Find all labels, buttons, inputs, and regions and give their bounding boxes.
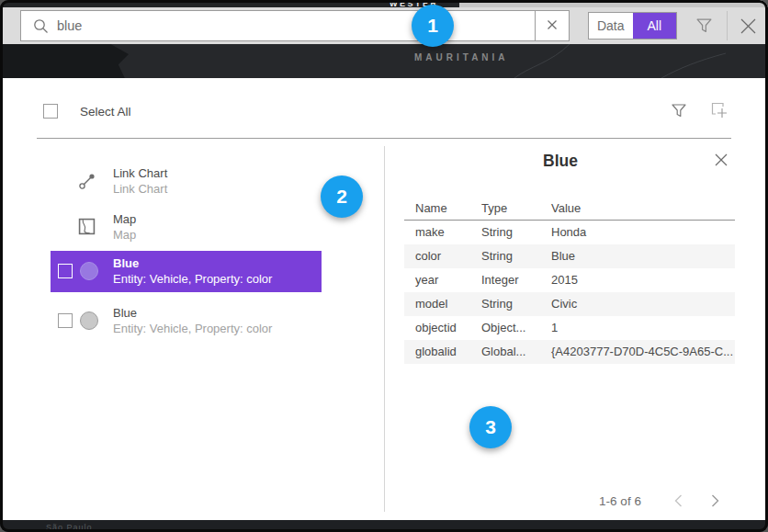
cell-type: String [470, 244, 540, 268]
search-box [20, 10, 570, 41]
map-label-sao-paulo: São Paulo [46, 523, 93, 532]
table-header-row: Name Type Value [404, 197, 735, 221]
result-checkbox[interactable] [58, 264, 73, 278]
detail-close-icon[interactable] [714, 153, 728, 171]
result-title: Link Chart [113, 166, 167, 180]
result-title: Blue [113, 256, 139, 270]
result-subtitle: Link Chart [113, 182, 167, 196]
header-divider [37, 138, 731, 139]
cell-type: String [470, 292, 540, 316]
link-chart-icon [78, 172, 96, 194]
clear-x-icon [547, 17, 558, 34]
toggle-all-button[interactable]: All [633, 13, 677, 39]
attribute-table: Name Type Value make String Honda color … [404, 197, 735, 364]
cell-type: Object... [470, 316, 540, 340]
callout-2: 2 [321, 175, 363, 218]
select-all-row: Select All [43, 104, 131, 119]
app-window: WESTER Data All [0, 0, 768, 532]
detail-title: Blue [404, 152, 717, 171]
cell-type: Global... [470, 340, 540, 364]
toolbar-divider [727, 11, 728, 40]
cell-name: globalid [404, 340, 470, 364]
cell-name: make [404, 221, 470, 244]
result-title: Blue [113, 306, 137, 320]
add-selection-icon[interactable] [710, 101, 728, 123]
list-item-map[interactable]: Map Map [51, 207, 322, 248]
table-row: make String Honda [404, 221, 735, 244]
search-input[interactable] [57, 18, 535, 33]
cell-value: Civic [540, 292, 735, 316]
list-item-blue-selected[interactable]: Blue Entity: Vehicle, Property: color [51, 251, 322, 292]
list-item-link-chart[interactable]: Link Chart Link Chart [51, 161, 322, 202]
toggle-data-button[interactable]: Data [589, 13, 633, 39]
cell-value: Blue [540, 244, 735, 268]
cell-name: year [404, 268, 470, 292]
cell-value: Honda [540, 221, 735, 244]
column-header-value: Value [540, 197, 735, 220]
column-header-type: Type [470, 197, 540, 220]
map-top-strip: WESTER [0, 0, 768, 7]
data-all-toggle: Data All [588, 12, 677, 40]
table-row: objectid Object... 1 [404, 316, 735, 340]
cell-value: 1 [540, 316, 735, 340]
cell-name: model [404, 292, 470, 316]
list-item-blue[interactable]: Blue Entity: Vehicle, Property: color [51, 300, 322, 342]
close-search-button[interactable] [737, 15, 760, 41]
result-subtitle: Entity: Vehicle, Property: color [113, 322, 272, 335]
clear-search-button[interactable] [535, 11, 569, 40]
cell-name: objectid [404, 316, 470, 340]
results-panel: Select All Link C [3, 78, 765, 520]
result-title: Map [113, 212, 136, 226]
filter-icon[interactable] [695, 17, 713, 38]
previous-page-icon[interactable] [674, 494, 683, 511]
table-row: globalid Global... {A4203777-D70D-4C5C-9… [404, 340, 735, 364]
result-checkbox[interactable] [58, 313, 73, 328]
pagination-label: 1-6 of 6 [570, 494, 671, 508]
column-header-name: Name [404, 197, 470, 220]
list-detail-divider [384, 146, 385, 512]
search-icon [33, 18, 49, 34]
map-border-lines [0, 44, 765, 78]
search-toolbar: Data All [3, 7, 765, 44]
map-bottom-strip: São Paulo [0, 520, 768, 532]
result-subtitle: Entity: Vehicle, Property: color [113, 272, 272, 286]
cell-type: String [470, 221, 540, 244]
select-all-label: Select All [80, 105, 131, 119]
table-row: model String Civic [404, 292, 735, 316]
table-row: color String Blue [404, 244, 735, 268]
panel-filter-icon[interactable] [671, 102, 687, 122]
callout-1: 1 [412, 5, 454, 47]
result-subtitle: Map [113, 228, 136, 242]
entity-circle-icon [80, 262, 98, 280]
map-strip: MAURITANIA [0, 44, 768, 78]
cell-value: {A4203777-D70D-4C5C-9A65-C... [540, 340, 735, 364]
next-page-icon[interactable] [711, 494, 719, 511]
cell-name: color [404, 244, 470, 268]
map-icon [78, 218, 96, 239]
cell-value: 2015 [540, 268, 735, 292]
callout-3: 3 [469, 406, 512, 448]
select-all-checkbox[interactable] [43, 104, 58, 119]
cell-type: Integer [470, 268, 540, 292]
entity-circle-icon [80, 311, 98, 330]
map-top-ocean [459, 0, 768, 7]
table-row: year Integer 2015 [404, 268, 735, 292]
